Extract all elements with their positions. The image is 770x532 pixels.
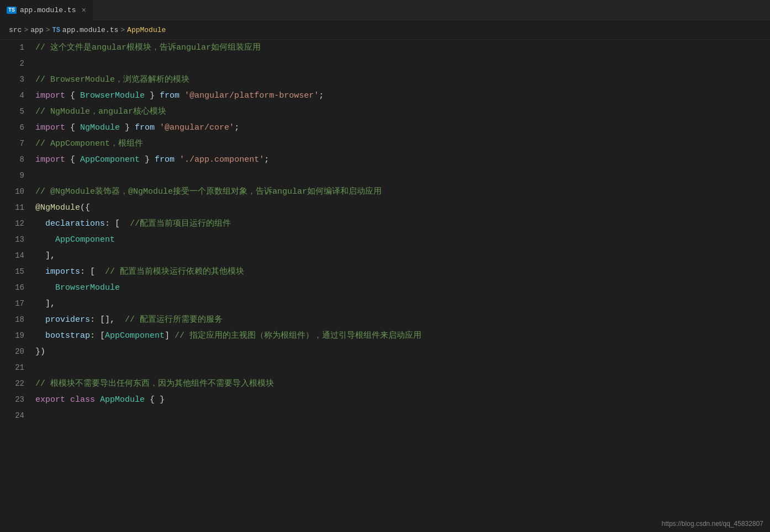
- text-token: [65, 395, 70, 405]
- string-token: '@angular/core': [160, 123, 234, 132]
- keyword-token: import: [35, 91, 65, 100]
- line-content: @NgModule({: [33, 200, 770, 216]
- code-editor[interactable]: 1// 这个文件是angular根模块，告诉angular如何组装应用2 3//…: [0, 40, 770, 424]
- line-number: 15: [0, 264, 33, 279]
- line-content: ],: [33, 296, 770, 312]
- line-content: export class AppModule { }: [33, 392, 770, 408]
- code-line: 2: [0, 56, 770, 72]
- code-line: 17 ],: [0, 296, 770, 312]
- tab-filename: app.module.ts: [20, 6, 76, 14]
- code-line: 5// NgModule，angular核心模块: [0, 104, 770, 120]
- module-token: AppComponent: [55, 235, 115, 244]
- text-token: {: [65, 123, 80, 132]
- line-content: providers: [], // 配置运行所需要的服务: [33, 312, 770, 328]
- line-content: [33, 360, 770, 376]
- comment-token: // 这个文件是angular根模块，告诉angular如何组装应用: [35, 43, 261, 52]
- line-content: // @NgModule装饰器，@NgModule接受一个原数组对象，告诉ang…: [33, 184, 770, 200]
- text-token: [95, 395, 100, 405]
- line-number: 12: [0, 216, 33, 231]
- code-line: 13 AppComponent: [0, 232, 770, 248]
- code-line: 6import { NgModule } from '@angular/core…: [0, 120, 770, 136]
- line-number: 9: [0, 168, 33, 183]
- line-number: 10: [0, 184, 33, 199]
- property-token: bootstrap: [45, 331, 90, 341]
- text-token: ],: [35, 251, 55, 260]
- module-token: NgModule: [80, 123, 120, 132]
- line-content: import { NgModule } from '@angular/core'…: [33, 120, 770, 136]
- code-line: 11@NgModule({: [0, 200, 770, 216]
- tab-app-module[interactable]: TS app.module.ts ×: [0, 0, 93, 21]
- module-token: BrowserModule: [55, 283, 120, 292]
- line-number: 5: [0, 104, 33, 119]
- line-number: 7: [0, 136, 33, 151]
- line-number: 8: [0, 152, 33, 167]
- line-content: [33, 56, 770, 72]
- code-line: 12 declarations: [ //配置当前项目运行的组件: [0, 216, 770, 232]
- line-content: [33, 408, 770, 424]
- comment-token: // 指定应用的主视图（称为根组件），通过引导根组件来启动应用: [175, 331, 421, 341]
- text-token: : [: [90, 331, 105, 341]
- text-token: [35, 235, 55, 244]
- line-content: AppComponent: [33, 232, 770, 248]
- export-token: export: [35, 395, 65, 405]
- text-token: }): [35, 347, 45, 357]
- text-token: [175, 155, 180, 164]
- keyword-token: import: [35, 123, 65, 132]
- line-number: 2: [0, 56, 33, 71]
- text-token: ;: [234, 123, 239, 132]
- comment-token: // 根模块不需要导出任何东西，因为其他组件不需要导入根模块: [35, 379, 274, 389]
- string-token: '@angular/platform-browser': [184, 91, 319, 100]
- comment-token: //配置当前项目运行的组件: [130, 219, 231, 228]
- line-content: import { AppComponent } from './app.comp…: [33, 152, 770, 168]
- line-content: // BrowserModule，浏览器解析的模块: [33, 72, 770, 88]
- from-token: from: [135, 123, 155, 132]
- comment-token: // NgModule，angular核心模块: [35, 107, 166, 116]
- comment-token: // @NgModule装饰器，@NgModule接受一个原数组对象，告诉ang…: [35, 187, 382, 196]
- text-token: ;: [319, 91, 324, 100]
- line-number: 11: [0, 200, 33, 215]
- code-line: 19 bootstrap: [AppComponent] // 指定应用的主视图…: [0, 328, 770, 344]
- code-line: 9: [0, 168, 770, 184]
- line-number: 20: [0, 344, 33, 359]
- line-number: 22: [0, 376, 33, 391]
- code-line: 15 imports: [ // 配置当前模块运行依赖的其他模块: [0, 264, 770, 280]
- breadcrumb-ts-icon: TS: [52, 26, 60, 34]
- line-number: 19: [0, 328, 33, 343]
- line-content: bootstrap: [AppComponent] // 指定应用的主视图（称为…: [33, 328, 770, 344]
- comment-token: // BrowserModule，浏览器解析的模块: [35, 75, 189, 84]
- breadcrumb-src: src: [9, 26, 22, 34]
- breadcrumb-classname: AppModule: [127, 26, 166, 34]
- module-token: AppComponent: [80, 155, 140, 164]
- line-content: BrowserModule: [33, 280, 770, 296]
- line-content: // 根模块不需要导出任何东西，因为其他组件不需要导入根模块: [33, 376, 770, 392]
- code-line: 7// AppComponent，根组件: [0, 136, 770, 152]
- text-token: [35, 283, 55, 292]
- text-token: [35, 331, 45, 341]
- text-token: ],: [35, 299, 55, 308]
- tab-bar: TS app.module.ts ×: [0, 0, 770, 21]
- breadcrumb-sep3: >: [120, 26, 125, 34]
- line-content: declarations: [ //配置当前项目运行的组件: [33, 216, 770, 232]
- line-number: 18: [0, 312, 33, 327]
- line-number: 1: [0, 40, 33, 55]
- code-line: 3// BrowserModule，浏览器解析的模块: [0, 72, 770, 88]
- comment-token: // 配置当前模块运行依赖的其他模块: [105, 267, 244, 276]
- line-content: // 这个文件是angular根模块，告诉angular如何组装应用: [33, 40, 770, 56]
- property-token: providers: [45, 315, 90, 324]
- code-line: 20}): [0, 344, 770, 360]
- text-token: : [: [105, 219, 130, 228]
- code-line: 24: [0, 408, 770, 424]
- code-line: 10// @NgModule装饰器，@NgModule接受一个原数组对象，告诉a…: [0, 184, 770, 200]
- code-line: 14 ],: [0, 248, 770, 264]
- code-line: 1// 这个文件是angular根模块，告诉angular如何组装应用: [0, 40, 770, 56]
- close-icon[interactable]: ×: [81, 6, 86, 15]
- text-token: [35, 219, 45, 228]
- text-token: ({: [80, 203, 90, 212]
- code-line: 23export class AppModule { }: [0, 392, 770, 408]
- line-content: [33, 168, 770, 184]
- line-number: 17: [0, 296, 33, 311]
- line-number: 3: [0, 72, 33, 87]
- code-line: 8import { AppComponent } from './app.com…: [0, 152, 770, 168]
- code-line: 22// 根模块不需要导出任何东西，因为其他组件不需要导入根模块: [0, 376, 770, 392]
- comment-token: // 配置运行所需要的服务: [125, 315, 223, 324]
